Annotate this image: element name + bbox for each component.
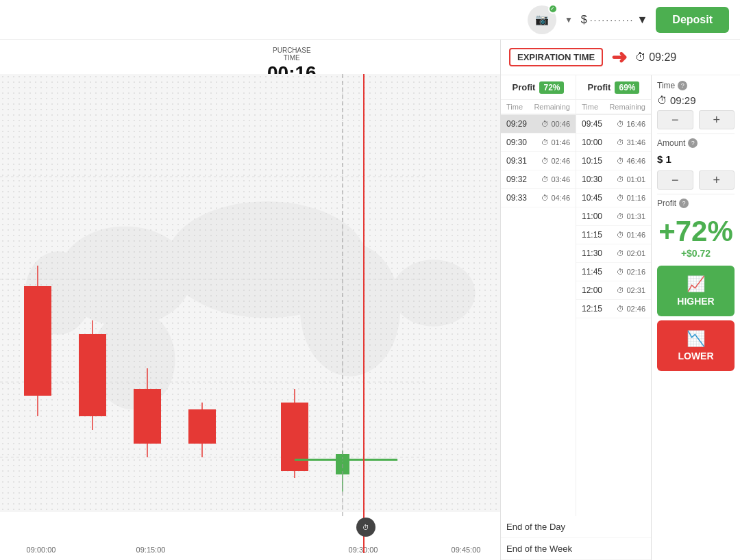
vertical-time-line [363,74,365,553]
end-of-week-row[interactable]: End of the Week [501,538,651,560]
profit-left-label: Profit [513,82,536,92]
lower-button[interactable]: 📉 LOWER [657,320,735,371]
timer-icon: ⏱ [362,524,369,531]
selected-expiration-time: ⏱ 09:29 [635,51,676,64]
time-value: 12:00 [582,285,611,295]
right-time-row[interactable]: 12:00 ⏱ 02:31 [576,281,651,300]
remaining-value: ⏱ 01:46 [617,231,646,239]
header: 📷 ✓ ▼ $ ··········· ▼ Deposit [0,0,740,40]
remaining-value: ⏱ 02:16 [617,268,646,276]
remaining-value: ⏱ 01:16 [617,194,646,202]
time-plus-minus-row: − + [657,110,735,129]
time-value: 09:32 [506,175,536,184]
deposit-button[interactable]: Deposit [656,7,729,33]
remaining-value: ⏱ 16:46 [617,120,646,128]
left-time-row[interactable]: 09:32 ⏱ 03:46 [501,170,576,189]
profit-label-text: Profit [657,199,676,208]
right-time-row[interactable]: 12:15 ⏱ 02:46 [576,300,651,318]
left-time-header: Time [506,103,527,111]
time-rows-container: 09:29 ⏱ 00:46 09:30 ⏱ 01:46 09:31 ⏱ 02:4… [501,115,651,516]
clock-icon: ⏱ [617,138,624,147]
remaining-value: ⏱ 01:46 [541,138,571,147]
time-tick-2: 09:15:00 [136,546,166,554]
time-value: 12:15 [582,304,611,314]
clock-icon: ⏱ [541,175,549,183]
right-time-row[interactable]: 10:30 ⏱ 01:01 [576,170,651,189]
profit-left-badge: 72% [539,81,564,94]
right-time-row[interactable]: 10:00 ⏱ 31:46 [576,133,651,152]
expiration-time-value: 09:29 [649,51,676,64]
remaining-value: ⏱ 01:31 [617,212,646,220]
time-label-text: Time [657,81,675,90]
clock-icon: ⏱ [617,268,624,276]
amount-label-text: Amount [657,138,685,148]
time-value: 10:00 [582,138,611,147]
time-minus-button[interactable]: − [657,110,693,129]
right-time-row[interactable]: 11:45 ⏱ 02:16 [576,263,651,281]
remaining-value: ⏱ 00:46 [541,120,571,128]
time-value: 09:31 [506,156,536,166]
profit-label: Profit ? [657,199,735,208]
time-selection-panel: Profit 72% Profit 69% Time Remaining [501,75,740,560]
right-time-row[interactable]: 11:30 ⏱ 02:01 [576,244,651,263]
camera-button[interactable]: 📷 ✓ [528,5,556,34]
time-value: 10:45 [582,193,611,203]
right-remaining-header: Remaining [609,103,645,111]
right-time-row[interactable]: 11:15 ⏱ 01:46 [576,226,651,244]
left-time-row[interactable]: 09:29 ⏱ 00:46 [501,115,576,133]
left-time-col: 09:29 ⏱ 00:46 09:30 ⏱ 01:46 09:31 ⏱ 02:4… [501,115,576,516]
time-value: 11:15 [582,230,611,240]
right-time-header: Time [582,103,602,111]
profit-display: +72% +$0.72 [657,212,735,262]
balance-dropdown-arrow[interactable]: ▼ [637,14,648,26]
time-axis: 09:00:00 09:15:00 09:30:00 09:45:00 [0,539,500,560]
amount-info-icon[interactable]: ? [688,138,698,148]
clock-icon: ⏱ [617,157,624,165]
left-time-row[interactable]: 09:30 ⏱ 01:46 [501,133,576,152]
time-columns: Profit 72% Profit 69% Time Remaining [501,75,651,560]
clock-icon: ⏱ [541,138,549,147]
camera-dropdown-arrow[interactable]: ▼ [565,15,573,25]
right-time-row[interactable]: 11:00 ⏱ 01:31 [576,207,651,226]
left-time-row[interactable]: 09:31 ⏱ 02:46 [501,152,576,170]
right-time-row[interactable]: 09:45 ⏱ 16:46 [576,115,651,133]
amount-plus-button[interactable]: + [699,170,735,190]
check-badge: ✓ [548,4,558,14]
right-time-row[interactable]: 10:15 ⏱ 46:46 [576,152,651,170]
remaining-value: ⏱ 03:46 [541,175,571,183]
lower-label: LOWER [678,351,713,361]
svg-rect-13 [79,334,106,416]
time-info-icon[interactable]: ? [678,81,687,90]
remaining-value: ⏱ 01:01 [617,175,646,183]
remaining-value: ⏱ 46:46 [617,157,646,165]
right-time-row[interactable]: 10:45 ⏱ 01:16 [576,189,651,207]
left-remaining-header: Remaining [534,103,570,111]
lower-icon: 📉 [687,330,705,348]
clock-icon: ⏱ [617,249,624,257]
end-of-day-row[interactable]: End of the Day [501,516,651,538]
higher-button[interactable]: 📈 HIGHER [657,266,735,316]
time-tick-4: 09:45:00 [452,546,481,554]
camera-icon: 📷 [535,13,549,26]
profit-cols-header: Profit 72% Profit 69% [501,75,651,100]
time-control-label: Time ? [657,81,735,90]
left-time-row[interactable]: 09:33 ⏱ 04:46 [501,189,576,207]
col-headers: Time Remaining Time Remaining [501,100,651,115]
time-plus-button[interactable]: + [699,110,735,129]
clock-icon: ⏱ [617,175,624,183]
profit-info-icon[interactable]: ? [679,199,689,208]
amount-control-value: $ 1 [657,152,735,166]
right-time-col: 09:45 ⏱ 16:46 10:00 ⏱ 31:46 10:15 ⏱ 46:4… [576,115,651,516]
svg-rect-15 [134,389,161,444]
arrow-right-icon: ➜ [611,46,627,68]
chart-area: PURCHASE TIME 00:16 [0,40,500,560]
balance-display[interactable]: $ ··········· ▼ [581,14,648,26]
clock-symbol: ⏱ [635,51,646,64]
expiration-header: EXPIRATION TIME ➜ ⏱ 09:29 [501,40,740,75]
svg-rect-11 [24,286,51,396]
amount-minus-button[interactable]: − [657,170,693,190]
divider-2 [657,194,735,194]
profit-col-left: Profit 72% [501,75,576,99]
profit-percentage: +72% [657,215,735,248]
time-value: 10:30 [582,175,611,184]
